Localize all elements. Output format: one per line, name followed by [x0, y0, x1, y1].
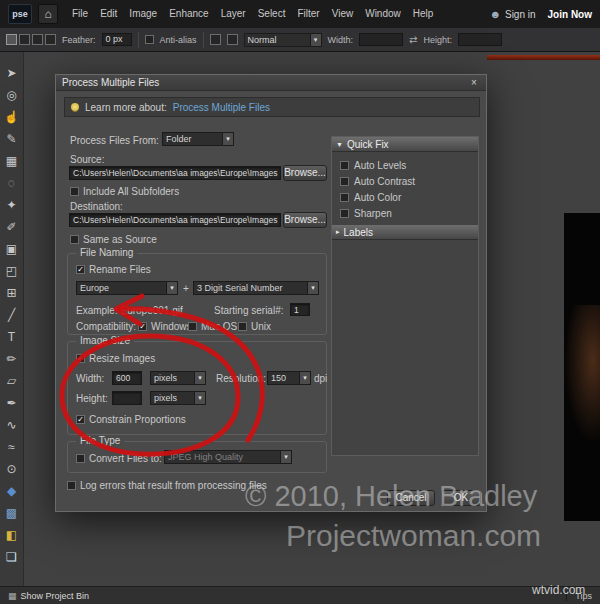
log-errors-checkbox[interactable]: ✓ Log errors that result from processing…: [67, 479, 267, 491]
paint-bucket-tool-icon[interactable]: ◧: [1, 524, 23, 546]
show-project-bin-label: Show Project Bin: [21, 591, 90, 601]
menu-view[interactable]: View: [326, 0, 360, 28]
dialog-titlebar[interactable]: Process Multiple Files ×: [56, 75, 486, 91]
checkbox-icon: ✓: [70, 235, 79, 244]
quick-fix-header[interactable]: ▼ Quick Fix: [332, 137, 478, 152]
height-units-dropdown[interactable]: pixels ▾: [150, 391, 206, 405]
include-subfolders-checkbox[interactable]: ✓ Include All Subfolders: [70, 185, 179, 197]
serial-number-dropdown[interactable]: 3 Digit Serial Number ▾: [193, 281, 319, 295]
blend-mode-dropdown[interactable]: Normal ▾: [244, 33, 322, 47]
menu-bar: pse ⌂ FileEditImageEnhanceLayerSelectFil…: [0, 0, 600, 28]
anti-alias-checkbox[interactable]: ✓: [145, 35, 154, 44]
menu-filter[interactable]: Filter: [291, 0, 325, 28]
move-tool-icon[interactable]: ➤: [1, 62, 23, 84]
compat-windows-checkbox[interactable]: ✓ Windows: [138, 320, 192, 332]
height-input[interactable]: [458, 33, 502, 46]
destination-browse-button[interactable]: Browse...: [283, 212, 327, 228]
menu-layer[interactable]: Layer: [215, 0, 252, 28]
refine-edge-icon[interactable]: [210, 34, 221, 45]
pse-logo[interactable]: pse: [8, 4, 32, 24]
zoom-tool-icon[interactable]: ◎: [1, 84, 23, 106]
recompose-tool-icon[interactable]: ◰: [1, 260, 23, 282]
resolution-label: Resolution:: [216, 373, 266, 384]
labels-header[interactable]: ▸ Labels: [332, 225, 478, 240]
type-tool-icon[interactable]: T: [1, 326, 23, 348]
feather-label: Feather:: [62, 35, 96, 45]
source-path-input[interactable]: C:\Users\Helen\Documents\aa images\Europ…: [69, 166, 281, 180]
gradient-tool-icon[interactable]: ▩: [1, 502, 23, 524]
source-browse-button[interactable]: Browse...: [283, 165, 327, 181]
process-from-dropdown[interactable]: Folder ▾: [162, 132, 234, 146]
sign-in-button[interactable]: ☻ Sign in: [489, 8, 535, 20]
subtract-selection-icon[interactable]: [32, 34, 43, 45]
quickfix-sharpen-checkbox[interactable]: ✓Sharpen: [332, 205, 478, 221]
marquee-tool-icon[interactable]: ▦: [1, 150, 23, 172]
quickfix-label: Auto Contrast: [354, 176, 415, 187]
quickfix-auto-levels-checkbox[interactable]: ✓Auto Levels: [332, 157, 478, 173]
constrain-proportions-label: Constrain Proportions: [89, 414, 186, 425]
height-label: Height:: [76, 393, 108, 404]
magic-wand-tool-icon[interactable]: ✦: [1, 194, 23, 216]
menu-window[interactable]: Window: [359, 0, 407, 28]
menu-edit[interactable]: Edit: [94, 0, 123, 28]
height-input[interactable]: [112, 391, 142, 405]
content-move-tool-icon[interactable]: ⊞: [1, 282, 23, 304]
hand-tool-icon[interactable]: ☝: [1, 106, 23, 128]
crop-tool-icon[interactable]: ▣: [1, 238, 23, 260]
menu-select[interactable]: Select: [252, 0, 292, 28]
feather-input[interactable]: 0 px: [102, 33, 132, 46]
same-as-source-checkbox[interactable]: ✓ Same as Source: [70, 233, 157, 245]
watermark-small: wtvid.com: [532, 583, 585, 597]
menu-help[interactable]: Help: [407, 0, 440, 28]
close-icon[interactable]: ×: [468, 77, 480, 88]
quickfix-auto-contrast-checkbox[interactable]: ✓Auto Contrast: [332, 173, 478, 189]
swap-dimensions-icon[interactable]: ⇄: [409, 34, 417, 45]
menu-file[interactable]: File: [66, 0, 94, 28]
lasso-tool-icon[interactable]: ◌: [1, 172, 23, 194]
starting-serial-input[interactable]: 1: [290, 303, 310, 316]
menu-image[interactable]: Image: [123, 0, 163, 28]
width-units-dropdown[interactable]: pixels ▾: [150, 371, 206, 385]
straighten-tool-icon[interactable]: ╱: [1, 304, 23, 326]
sponge-tool-icon[interactable]: ⊙: [1, 458, 23, 480]
quick-selection-tool-icon[interactable]: ✐: [1, 216, 23, 238]
compat-macos-checkbox[interactable]: ✓ Mac OS: [188, 320, 237, 332]
compat-unix-checkbox[interactable]: ✓ Unix: [238, 320, 271, 332]
join-now-button[interactable]: Join Now: [548, 9, 592, 20]
intersect-selection-icon[interactable]: [45, 34, 56, 45]
chevron-down-icon: ▾: [280, 451, 291, 463]
document-name-dropdown[interactable]: Europe ▾: [76, 281, 178, 295]
destination-path-input[interactable]: C:\Users\Helen\Documents\aa images\Europ…: [69, 213, 281, 227]
add-selection-icon[interactable]: [19, 34, 30, 45]
resolution-dropdown[interactable]: 150 ▾: [267, 371, 311, 385]
mask-mode-icon[interactable]: [227, 34, 238, 45]
convert-files-checkbox[interactable]: ✓ Convert Files to:: [76, 452, 162, 464]
resize-images-checkbox[interactable]: ✓ Resize Images: [76, 352, 155, 364]
color-swatches-icon[interactable]: ❏: [1, 546, 23, 568]
width-input[interactable]: [359, 33, 403, 46]
person-icon: ☻: [489, 8, 501, 20]
new-selection-icon[interactable]: [6, 34, 17, 45]
project-bin-icon: ▦: [8, 591, 17, 601]
width-label: Width:: [76, 373, 104, 384]
checkbox-icon: ✓: [340, 193, 349, 202]
shape-tool-icon[interactable]: ◆: [1, 480, 23, 502]
eraser-tool-icon[interactable]: ▱: [1, 370, 23, 392]
convert-format-dropdown[interactable]: JPEG High Quality ▾: [164, 450, 292, 464]
menu-enhance[interactable]: Enhance: [163, 0, 214, 28]
show-project-bin-button[interactable]: ▦ Show Project Bin: [8, 591, 89, 601]
learn-more-link[interactable]: Process Multiple Files: [173, 102, 270, 113]
home-icon[interactable]: ⌂: [38, 4, 58, 24]
width-label: Width:: [328, 35, 354, 45]
constrain-proportions-checkbox[interactable]: ✓ Constrain Proportions: [76, 413, 186, 425]
quickfix-auto-color-checkbox[interactable]: ✓Auto Color: [332, 189, 478, 205]
rename-files-checkbox[interactable]: ✓ Rename Files: [76, 263, 151, 275]
pencil-tool-icon[interactable]: ✏: [1, 348, 23, 370]
brush-tool-icon[interactable]: ✒: [1, 392, 23, 414]
image-size-group: Image Size ✓ Resize Images Width: 600 pi…: [67, 341, 327, 435]
eyedropper-tool-icon[interactable]: ✎: [1, 128, 23, 150]
width-input[interactable]: 600: [112, 371, 142, 385]
plus-label: +: [183, 283, 189, 294]
impressionist-brush-tool-icon[interactable]: ∿: [1, 414, 23, 436]
smudge-tool-icon[interactable]: ≈: [1, 436, 23, 458]
